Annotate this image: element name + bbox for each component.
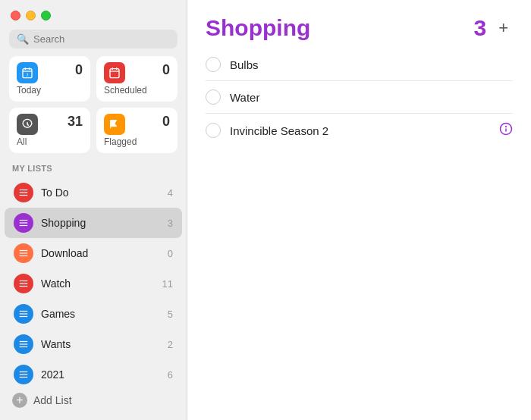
smart-lists: 7 0 Today 0 Scheduled xyxy=(0,56,187,162)
todo-text-invincible: Invincible Season 2 xyxy=(230,124,490,137)
minimize-button[interactable] xyxy=(26,11,36,20)
svg-rect-13 xyxy=(20,222,28,223)
wants-list-name: Wants xyxy=(41,338,160,350)
todo-item-invincible: Invincible Season 2 xyxy=(206,114,513,147)
scheduled-icon xyxy=(104,62,125,83)
sidebar-item-wants[interactable]: Wants 2 xyxy=(5,329,182,359)
sidebar-item-2021[interactable]: 2021 6 xyxy=(5,359,182,385)
todo-list-name: To Do xyxy=(41,186,160,199)
smart-card-flagged[interactable]: 0 Flagged xyxy=(96,108,178,153)
todo-checkbox-invincible[interactable] xyxy=(206,123,221,138)
svg-rect-11 xyxy=(20,195,28,196)
2021-list-count: 6 xyxy=(168,369,173,381)
todo-info-button-invincible[interactable] xyxy=(499,122,513,139)
svg-rect-20 xyxy=(20,286,28,287)
games-list-count: 5 xyxy=(168,309,173,320)
watch-list-count: 11 xyxy=(162,278,173,290)
wants-list-count: 2 xyxy=(168,339,173,350)
svg-rect-25 xyxy=(20,343,28,344)
2021-list-name: 2021 xyxy=(41,368,160,381)
main-title: Shopping xyxy=(206,15,310,41)
todo-list-count: 4 xyxy=(168,187,173,199)
todo-text-bulbs: Bulbs xyxy=(230,58,513,71)
shopping-list-count: 3 xyxy=(168,218,173,229)
todo-checkbox-water[interactable] xyxy=(206,89,221,105)
watch-list-icon xyxy=(14,274,33,293)
sidebar-item-watch[interactable]: Watch 11 xyxy=(5,268,182,299)
today-label: Today xyxy=(17,85,83,96)
svg-rect-5 xyxy=(110,69,119,78)
search-bar[interactable]: 🔍 xyxy=(9,30,178,49)
list-items: To Do 4 Shopping 3 Download 0 Watch 11 xyxy=(0,177,187,385)
flagged-label: Flagged xyxy=(104,136,170,147)
flagged-count: 0 xyxy=(162,114,170,130)
smart-card-scheduled[interactable]: 0 Scheduled xyxy=(96,56,178,102)
sidebar-item-shopping[interactable]: Shopping 3 xyxy=(5,208,182,238)
svg-rect-18 xyxy=(20,281,28,281)
wants-list-icon xyxy=(14,334,33,354)
smart-card-today[interactable]: 7 0 Today xyxy=(9,56,90,102)
main-header: Shopping 3 + xyxy=(187,0,531,49)
svg-rect-28 xyxy=(20,374,28,375)
close-button[interactable] xyxy=(11,11,20,20)
svg-rect-10 xyxy=(20,192,28,193)
svg-rect-29 xyxy=(20,377,28,378)
all-icon xyxy=(17,114,38,135)
all-count: 31 xyxy=(68,114,83,130)
main-content: Shopping 3 + Bulbs Water Invincible Seas… xyxy=(187,0,531,420)
traffic-lights xyxy=(0,0,187,27)
todo-item-bulbs: Bulbs xyxy=(206,49,513,81)
download-list-name: Download xyxy=(41,247,160,259)
todo-checkbox-bulbs[interactable] xyxy=(206,57,221,72)
todo-item-water: Water xyxy=(206,81,513,114)
todo-list-icon xyxy=(14,183,33,202)
sidebar: 🔍 7 0 Today xyxy=(0,0,187,420)
search-icon: 🔍 xyxy=(17,33,29,45)
main-count: 3 xyxy=(473,15,486,41)
svg-rect-9 xyxy=(20,190,28,190)
sidebar-item-games[interactable]: Games 5 xyxy=(5,299,182,329)
sidebar-item-todo[interactable]: To Do 4 xyxy=(5,177,182,208)
flagged-icon xyxy=(104,114,125,135)
svg-rect-23 xyxy=(20,316,28,317)
add-item-button[interactable]: + xyxy=(494,17,513,39)
svg-rect-24 xyxy=(20,341,28,342)
download-list-icon xyxy=(14,243,33,263)
svg-rect-19 xyxy=(20,283,28,284)
svg-rect-14 xyxy=(20,225,28,226)
svg-rect-17 xyxy=(20,255,28,256)
today-icon: 7 xyxy=(17,62,38,83)
scheduled-count: 0 xyxy=(162,62,170,78)
svg-rect-26 xyxy=(20,346,28,347)
all-label: All xyxy=(17,136,83,147)
2021-list-icon xyxy=(14,365,33,384)
search-input[interactable] xyxy=(33,33,170,45)
download-list-count: 0 xyxy=(168,248,173,259)
smart-card-all[interactable]: 31 All xyxy=(9,108,90,153)
watch-list-name: Watch xyxy=(41,277,155,290)
add-list-label: Add List xyxy=(33,394,72,406)
today-count: 0 xyxy=(75,62,83,78)
svg-rect-22 xyxy=(20,313,28,314)
svg-rect-15 xyxy=(20,250,28,251)
svg-rect-12 xyxy=(20,220,28,221)
my-lists-section-label: My Lists xyxy=(0,162,187,177)
scheduled-label: Scheduled xyxy=(104,85,170,96)
games-list-icon xyxy=(14,304,33,324)
svg-rect-16 xyxy=(20,252,28,253)
games-list-name: Games xyxy=(41,308,160,320)
shopping-list-name: Shopping xyxy=(41,217,160,229)
todo-list: Bulbs Water Invincible Season 2 xyxy=(187,49,531,420)
svg-text:7: 7 xyxy=(27,74,29,77)
add-list-plus-icon: + xyxy=(12,393,27,408)
maximize-button[interactable] xyxy=(41,11,51,20)
shopping-list-icon xyxy=(14,213,33,233)
sidebar-item-download[interactable]: Download 0 xyxy=(5,238,182,268)
svg-rect-21 xyxy=(20,311,28,312)
add-list-button[interactable]: + Add List xyxy=(0,385,187,420)
todo-text-water: Water xyxy=(230,91,513,104)
svg-rect-27 xyxy=(20,371,28,372)
